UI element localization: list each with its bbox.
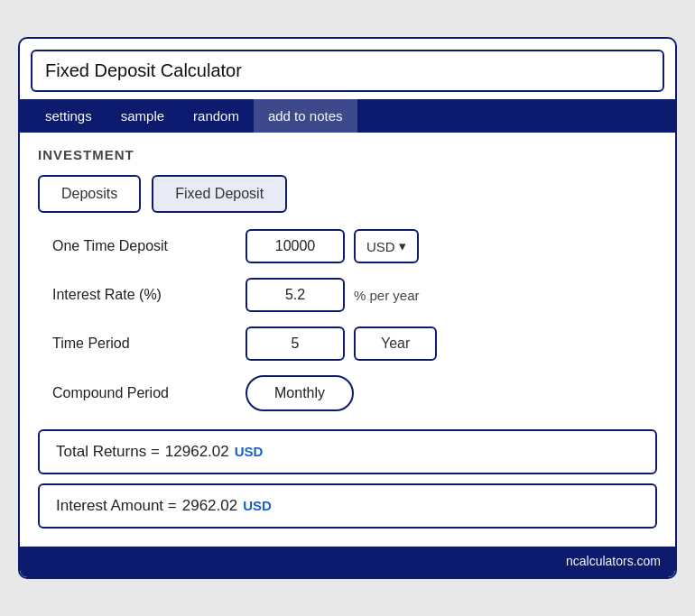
chevron-down-icon: ▾ xyxy=(399,238,406,254)
total-returns-label: Total Returns = xyxy=(56,443,160,461)
deposits-button[interactable]: Deposits xyxy=(38,175,141,213)
compound-period-inputs: Monthly xyxy=(246,375,354,411)
one-time-deposit-label: One Time Deposit xyxy=(38,238,246,254)
compound-period-selector[interactable]: Monthly xyxy=(246,375,354,411)
deposit-type-row: Deposits Fixed Deposit xyxy=(38,175,657,213)
nav-settings[interactable]: settings xyxy=(31,99,107,133)
title-bar: Fixed Deposit Calculator xyxy=(31,50,664,92)
interest-amount-value: 2962.02 xyxy=(182,497,237,515)
interest-amount-box: Interest Amount = 2962.02 USD xyxy=(38,483,657,529)
one-time-deposit-inputs: USD ▾ xyxy=(246,229,419,263)
total-returns-value: 12962.02 xyxy=(165,443,229,461)
brand-footer: ncalculators.com xyxy=(20,547,675,577)
nav-bar: settings sample random add to notes xyxy=(20,99,675,133)
nav-add-to-notes[interactable]: add to notes xyxy=(254,99,357,133)
interest-amount-currency: USD xyxy=(243,498,272,513)
interest-rate-row: Interest Rate (%) % per year xyxy=(38,278,657,312)
time-unit-selector[interactable]: Year xyxy=(354,326,437,361)
total-returns-currency: USD xyxy=(235,444,264,459)
currency-selector[interactable]: USD ▾ xyxy=(354,229,419,263)
interest-rate-label: Interest Rate (%) xyxy=(38,287,246,303)
interest-rate-input[interactable] xyxy=(246,278,345,312)
time-period-inputs: Year xyxy=(246,326,437,361)
time-period-label: Time Period xyxy=(38,336,246,352)
compound-period-row: Compound Period Monthly xyxy=(38,375,657,411)
interest-rate-inputs: % per year xyxy=(246,278,420,312)
currency-label: USD xyxy=(366,239,395,254)
time-period-input[interactable] xyxy=(246,326,345,361)
form-rows: One Time Deposit USD ▾ Interest Rate (%)… xyxy=(38,229,657,411)
compound-period-label: Compound Period xyxy=(38,385,246,401)
fixed-deposit-button[interactable]: Fixed Deposit xyxy=(152,175,287,213)
interest-rate-unit: % per year xyxy=(354,288,420,303)
brand-name: ncalculators.com xyxy=(566,554,661,568)
calculator-container: Fixed Deposit Calculator settings sample… xyxy=(18,37,677,579)
interest-amount-label: Interest Amount = xyxy=(56,497,177,515)
one-time-deposit-row: One Time Deposit USD ▾ xyxy=(38,229,657,263)
results-section: Total Returns = 12962.02 USD Interest Am… xyxy=(38,429,657,529)
total-returns-box: Total Returns = 12962.02 USD xyxy=(38,429,657,474)
calculator-title: Fixed Deposit Calculator xyxy=(45,60,242,80)
section-label: INVESTMENT xyxy=(38,147,657,162)
one-time-deposit-input[interactable] xyxy=(246,229,345,263)
nav-sample[interactable]: sample xyxy=(107,99,179,133)
nav-random[interactable]: random xyxy=(179,99,254,133)
content-area: INVESTMENT Deposits Fixed Deposit One Ti… xyxy=(20,133,675,547)
time-period-row: Time Period Year xyxy=(38,326,657,361)
